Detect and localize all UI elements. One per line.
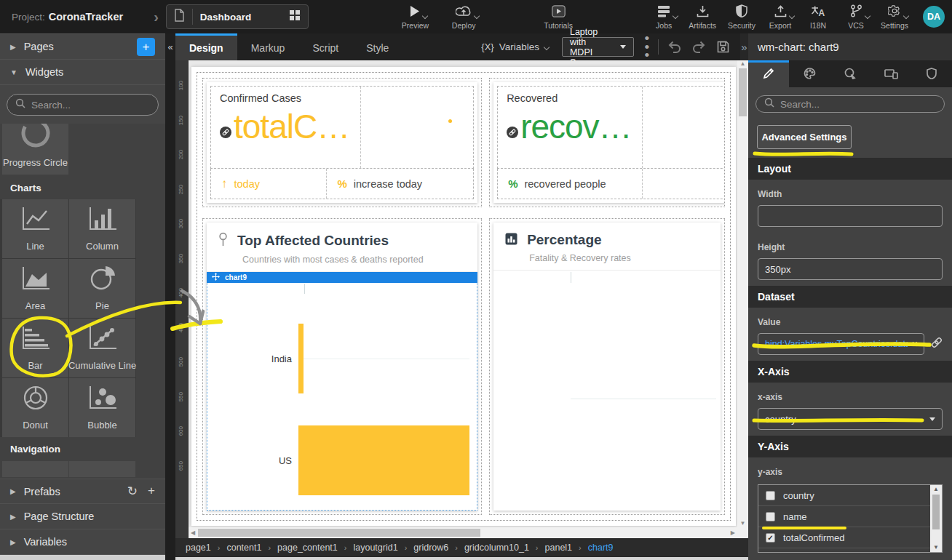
tab-design[interactable]: Design xyxy=(175,33,237,60)
tab-devices[interactable] xyxy=(870,60,911,87)
move-handle-icon[interactable] xyxy=(212,273,220,282)
height-input[interactable] xyxy=(758,258,943,280)
breadcrumb-item[interactable]: chart9 xyxy=(588,543,614,553)
user-avatar[interactable]: DA xyxy=(923,6,945,28)
undo-button[interactable] xyxy=(667,41,681,53)
redo-button[interactable] xyxy=(692,41,706,53)
sidebar-section-variables[interactable]: ▶ Variables xyxy=(0,529,165,555)
breadcrumb-item[interactable]: page_content1 xyxy=(277,543,338,553)
scrollbar-thumb[interactable] xyxy=(739,68,747,116)
bar-india[interactable] xyxy=(298,324,304,393)
collapse-sidebar-button[interactable]: « xyxy=(167,39,172,54)
y-axis-option[interactable]: country xyxy=(758,485,930,506)
tab-properties[interactable] xyxy=(748,60,789,87)
gridcolumn-recovered[interactable]: Recovered recov… xyxy=(489,78,725,207)
widget-tile-bubble[interactable]: Bubble xyxy=(69,378,135,437)
bar-chart-widget[interactable]: IndiaUS xyxy=(207,283,477,511)
scroll-left-icon[interactable]: ◀ xyxy=(191,530,195,536)
scroll-up-icon[interactable]: ▲ xyxy=(933,487,939,492)
recovered-people-cell[interactable]: % recovered people xyxy=(498,169,642,199)
breadcrumb-item[interactable]: layoutgrid1 xyxy=(353,543,397,553)
scroll-down-icon[interactable]: ▼ xyxy=(933,545,939,551)
confirmed-total-binding[interactable]: totalC… xyxy=(234,111,349,143)
canvas-horizontal-scrollbar[interactable]: ◀ ▶ xyxy=(189,527,737,538)
security-button[interactable]: Security xyxy=(728,4,755,30)
widget-tile-bar[interactable]: Bar xyxy=(2,319,68,377)
sidebar-section-widgets[interactable]: ▼ Widgets xyxy=(0,60,165,85)
advanced-settings-button[interactable]: Advanced Settings xyxy=(757,125,852,149)
i18n-button[interactable]: A I18N xyxy=(805,4,831,30)
tab-events[interactable] xyxy=(830,60,870,87)
widget-search-input[interactable] xyxy=(31,100,150,111)
scroll-up-icon[interactable]: ▲ xyxy=(740,61,746,67)
scroll-down-icon[interactable]: ▼ xyxy=(740,521,746,527)
vcs-button[interactable]: VCS xyxy=(843,4,869,30)
x-axis-select[interactable]: country xyxy=(758,408,943,430)
increase-today-cell[interactable]: % increase today xyxy=(326,169,473,199)
jobs-button[interactable]: Jobs xyxy=(651,4,677,30)
confirmed-cases-card[interactable]: Confirmed Cases totalC… xyxy=(207,82,477,203)
widget-tile-progress-circle[interactable]: Progress Circle xyxy=(2,124,68,175)
grid-view-icon[interactable] xyxy=(289,9,301,24)
y-axis-option[interactable]: totalDeaths xyxy=(758,548,930,553)
scrollbar-thumb[interactable] xyxy=(932,495,940,529)
expand-inspector-button[interactable]: » xyxy=(740,33,748,60)
recovered-card[interactable]: Recovered recov… xyxy=(493,82,725,203)
settings-button[interactable]: Settings xyxy=(881,4,908,30)
checkbox[interactable] xyxy=(766,512,775,521)
sidebar-section-page-structure[interactable]: ▶ Page Structure xyxy=(0,504,165,529)
add-prefab-icon[interactable]: + xyxy=(148,484,155,499)
canvas-vertical-scrollbar[interactable]: ▲ ▼ xyxy=(737,60,748,527)
tab-styles[interactable] xyxy=(789,60,830,87)
tab-style[interactable]: Style xyxy=(352,33,402,60)
page-canvas[interactable]: Confirmed Cases totalC… xyxy=(191,67,736,526)
y-axis-option[interactable]: ✓totalConfirmed xyxy=(758,527,930,548)
tab-security[interactable] xyxy=(911,60,952,87)
breadcrumb-item[interactable]: gridcolumn10_1 xyxy=(464,543,529,553)
breadcrumb-item[interactable]: panel1 xyxy=(545,543,573,553)
checkbox[interactable]: ✓ xyxy=(766,533,775,543)
tab-markup[interactable]: Markup xyxy=(237,33,299,60)
tab-script[interactable]: Script xyxy=(298,33,352,60)
widget-tile-pie[interactable]: Pie xyxy=(69,259,135,318)
dataset-bind-input[interactable]: bind:Variables.mvTopCountries.dataSe × xyxy=(758,333,924,355)
section-dataset[interactable]: Dataset xyxy=(748,286,952,308)
listbox-scrollbar[interactable]: ▲ ▼ xyxy=(930,485,942,552)
y-axis-option[interactable]: name xyxy=(758,506,930,527)
gridcolumn-affected[interactable]: Top Affected Countries Countries with mo… xyxy=(202,218,482,515)
checkbox[interactable] xyxy=(766,491,775,500)
widget-tile-column[interactable]: Column xyxy=(69,199,135,258)
export-button[interactable]: Export xyxy=(767,4,793,30)
scrollbar-thumb[interactable] xyxy=(198,529,480,537)
breadcrumb-item[interactable]: content1 xyxy=(226,543,261,553)
breadcrumb-item[interactable]: gridrow6 xyxy=(413,543,448,553)
add-page-button[interactable]: + xyxy=(137,38,155,56)
top-affected-panel[interactable]: Top Affected Countries Countries with mo… xyxy=(207,223,477,511)
gridcolumn-confirmed[interactable]: Confirmed Cases totalC… xyxy=(202,78,482,207)
device-selector[interactable]: Laptop with MDPI Screen xyxy=(562,37,634,57)
tutorials-button[interactable]: Tutorials xyxy=(544,4,573,30)
variables-menu-button[interactable]: {X} Variables xyxy=(481,33,549,60)
widget-tile-donut[interactable]: Donut xyxy=(2,378,68,437)
section-x-axis[interactable]: X-Axis xyxy=(748,361,952,383)
widget-tile-cumulative-line[interactable]: Cumulative Line xyxy=(69,319,135,377)
section-layout[interactable]: Layout xyxy=(748,158,952,180)
sidebar-section-pages[interactable]: ▶ Pages + xyxy=(0,34,165,60)
save-button[interactable] xyxy=(717,41,729,53)
gridcolumn-percentage[interactable]: Percentage Fatality & Recovery rates xyxy=(489,218,725,515)
widget-tile-line[interactable]: Line xyxy=(2,199,68,258)
scroll-right-icon[interactable]: ▶ xyxy=(731,530,735,536)
today-cell[interactable]: ↑ today xyxy=(211,169,326,199)
page-tab-dashboard[interactable]: Dashboard xyxy=(166,4,309,29)
bind-property-icon[interactable] xyxy=(931,337,943,351)
selected-widget-tag[interactable]: chart9 xyxy=(207,272,477,283)
widget-tile-area[interactable]: Area xyxy=(2,259,68,318)
bind-link-icon[interactable] xyxy=(507,127,518,138)
section-y-axis[interactable]: Y-Axis xyxy=(748,436,952,457)
preview-button[interactable]: Preview xyxy=(402,4,429,30)
recovered-total-binding[interactable]: recov… xyxy=(520,111,631,143)
sidebar-section-prefabs[interactable]: ▶ Prefabs ↻+ xyxy=(0,479,165,504)
property-search-input[interactable] xyxy=(780,99,936,110)
bind-link-icon[interactable] xyxy=(220,127,231,138)
more-options-icon[interactable]: ••• xyxy=(645,34,650,60)
